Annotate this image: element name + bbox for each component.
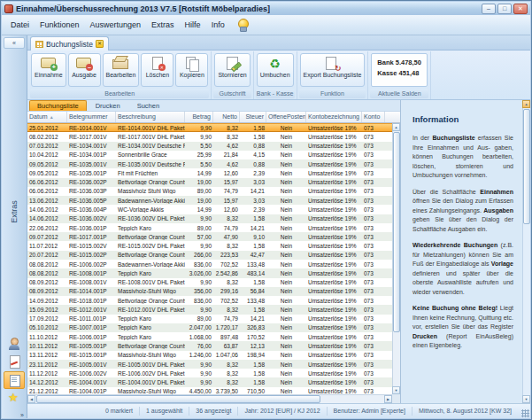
cell-offeneposten: Nein — [266, 343, 306, 349]
export-buchungsliste-button[interactable]: Export Buchungsliste — [300, 53, 366, 87]
column-header-beschreibung[interactable]: Beschreibung — [116, 112, 185, 122]
cell-datum: 08.08.2012 — [27, 261, 67, 268]
table-row[interactable]: 23.11.2012RE-1005.001VRE-1005.001V DHL P… — [27, 360, 392, 369]
column-header-netto[interactable]: Netto — [213, 112, 240, 122]
scroll-left-icon[interactable] — [27, 395, 35, 403]
column-header-datum[interactable]: Datum▲ — [27, 112, 67, 122]
sidebar-more-button[interactable] — [20, 412, 24, 418]
kopieren-button[interactable]: Kopieren — [175, 53, 208, 87]
menu-funktionen[interactable]: Funktionen — [35, 18, 85, 32]
cell-konto: 073 — [362, 307, 385, 313]
column-header-steuer[interactable]: Steuer — [240, 112, 266, 122]
table-row[interactable]: 08.02.2012RE-1017.001VRE-1017.001V DHL P… — [27, 132, 392, 141]
table-row[interactable]: 11.10.2012RE-1006.001PTeppich Karo1.068,… — [27, 332, 392, 341]
table-row[interactable]: 06.06.2012RE-1036.003PMassivholz Stuhl W… — [27, 187, 392, 196]
close-button[interactable] — [513, 4, 528, 14]
cell-betrag: 9,90 — [185, 215, 213, 222]
löschen-button[interactable]: Löschen — [141, 53, 173, 87]
table-row[interactable]: 08.09.2012RE-1008.001VRE-1008.001V DHL P… — [27, 278, 392, 287]
table-row[interactable]: 14.12.2012RE-1004.001VRE-1004.001V DHL P… — [27, 377, 392, 386]
cell-konto: 073 — [362, 161, 385, 167]
table-row[interactable]: 17.09.2012RE-1011.001PTeppich Karo89,007… — [27, 315, 392, 323]
table-row[interactable]: 05.10.2012RE-1007.001PTeppich Karo2.047,… — [27, 323, 392, 332]
table-row[interactable]: 08.08.2012RE-1008.001PTeppich Karo3.026,… — [27, 268, 392, 277]
column-header-kontobezeichnung[interactable]: Kontobezeichnung — [306, 112, 362, 122]
resize-grip[interactable] — [521, 409, 529, 417]
table-row[interactable]: 10.04.2012RE-1034.001PSonnenbrille Grace… — [27, 151, 392, 159]
stornieren-button[interactable]: Stornieren — [214, 53, 250, 87]
vertical-scrollbar[interactable] — [392, 123, 400, 394]
info-scroll-down-icon[interactable] — [522, 395, 530, 403]
einnahme-button[interactable]: Einnahme — [31, 53, 66, 87]
vertical-scroll-thumb[interactable] — [393, 132, 400, 332]
cell-beschreibung: Sonnenbrille Grace — [116, 152, 185, 158]
sidebar-collapse-button[interactable] — [4, 37, 25, 49]
report-button[interactable] — [4, 353, 25, 370]
app-icon — [4, 4, 13, 13]
cell-konto: 073 — [362, 370, 385, 377]
table-row[interactable]: 09.05.2012RE-1035.001VRE-1035.001V Deuts… — [27, 159, 392, 168]
table-row[interactable]: 08.08.2012RE-1006.002PBadewannen-Vorlage… — [27, 260, 392, 268]
table-row[interactable]: 06.06.2012RE-1036.002PBettvorlage Orange… — [27, 178, 392, 187]
document-tab-bar: Buchungsliste — [27, 35, 530, 51]
menu-info[interactable]: Info — [206, 18, 230, 32]
scroll-right-icon[interactable] — [384, 395, 392, 403]
cell-kontobezeichnung: Umsatzerlöse 19% — [306, 298, 362, 304]
table-row[interactable]: 14.09.2012RE-1018.001PBettvorlage Orange… — [27, 296, 392, 305]
cell-betrag: 9,90 — [185, 243, 213, 249]
star-button[interactable] — [4, 390, 25, 408]
cell-kontobezeichnung: Umsatzerlöse 19% — [306, 388, 362, 394]
maximize-button[interactable] — [497, 4, 512, 14]
subtab-buchungsliste[interactable]: Buchungsliste — [29, 100, 87, 111]
horizontal-scrollbar[interactable] — [27, 394, 392, 403]
ausgabe-button[interactable]: Ausgabe — [68, 53, 101, 87]
horizontal-scroll-thumb[interactable] — [36, 395, 320, 403]
table-row[interactable]: 09.07.2012RE-1017.001PBettvorlage Orange… — [27, 232, 392, 241]
column-header-offeneposten[interactable]: OffenePosten — [266, 112, 306, 122]
info-scroll-thumb[interactable] — [523, 109, 530, 224]
tab-close-icon[interactable] — [96, 40, 104, 48]
print-button[interactable] — [4, 371, 25, 389]
table-row[interactable]: 08.09.2012RE-1014.001PMassivholz-Stuhl W… — [27, 287, 392, 296]
scroll-down-icon[interactable] — [392, 386, 400, 394]
column-header-konto[interactable]: Konto — [362, 112, 385, 122]
table-row[interactable]: 13.11.2012RE-1015.001PMassivholz-Stuhl W… — [27, 351, 392, 360]
info-scroll-up-icon[interactable] — [522, 100, 530, 108]
menu-datei[interactable]: Datei — [5, 18, 35, 32]
column-header-belegnummer[interactable]: Belegnummer — [67, 112, 116, 122]
table-row[interactable]: 13.06.2012RE-1036.005PBadewannen-Vorlage… — [27, 196, 392, 205]
table-row[interactable]: 14.06.2012RE-1036.004PWC-Vorlage Akkis14… — [27, 205, 392, 214]
cell-netto: 223,53 — [213, 252, 240, 258]
menu-hilfe[interactable]: Hilfe — [180, 18, 206, 32]
table-row[interactable]: 11.12.2012RE-1006.002VRE-1006.002V DHL P… — [27, 369, 392, 377]
table-row[interactable]: 10.11.2012RE-1005.001PBettvorlage Orange… — [27, 341, 392, 350]
hint-lamp-icon[interactable] — [237, 19, 248, 32]
info-text-segment: Vorlage — [491, 261, 513, 267]
menu-auswertungen[interactable]: Auswertungen — [85, 18, 147, 32]
cell-datum: 22.06.2012 — [27, 225, 67, 231]
subtab-drucken[interactable]: Drucken — [88, 100, 128, 111]
cell-betrag: 1.068,00 — [185, 334, 213, 340]
cell-kontobezeichnung: Umsatzerlöse 19% — [306, 161, 362, 167]
table-row[interactable]: 22.06.2012RE-1036.001PTeppich Karo89,007… — [27, 223, 392, 232]
umbuchen-button[interactable]: Umbuchen — [257, 53, 294, 87]
table-row[interactable]: 21.12.2012RE-1004.001PMassivholz-Stuhl W… — [27, 387, 392, 394]
info-scrollbar[interactable] — [522, 100, 530, 403]
bearbeiten-button[interactable]: Bearbeiten — [103, 53, 140, 87]
minimize-button[interactable] — [482, 4, 496, 14]
balance-line: Bank 5.478,50 — [377, 58, 421, 68]
table-row[interactable]: 20.07.2012RE-1015.002PBettvorlage Orange… — [27, 251, 392, 260]
table-row[interactable]: 07.03.2012RE-1034.001VRE-1034.001V Deuts… — [27, 142, 392, 151]
column-header-betrag[interactable]: Betrag — [185, 112, 213, 122]
user-button[interactable] — [4, 334, 25, 352]
menu-extras[interactable]: Extras — [146, 18, 180, 32]
table-row[interactable]: 25.01.2012RE-1014.001VRE-1014.001V DHL P… — [27, 123, 392, 132]
table-row[interactable]: 15.09.2012RE-1012.001VRE-1012.001V DHL P… — [27, 305, 392, 314]
subtab-suchen[interactable]: Suchen — [129, 100, 167, 111]
table-row[interactable]: 09.05.2012RE-1035.001PFit mit Früchten14… — [27, 168, 392, 177]
tab-buchungsliste[interactable]: Buchungsliste — [30, 36, 109, 51]
scroll-up-icon[interactable] — [392, 123, 400, 131]
table-row[interactable]: 11.07.2012RE-1015.002VRE-1015.002V DHL P… — [27, 241, 392, 250]
table-row[interactable]: 14.06.2012RE-1036.002VRE-1036.002V DHL P… — [27, 214, 392, 223]
cell-betrag: 9,90 — [185, 134, 213, 140]
